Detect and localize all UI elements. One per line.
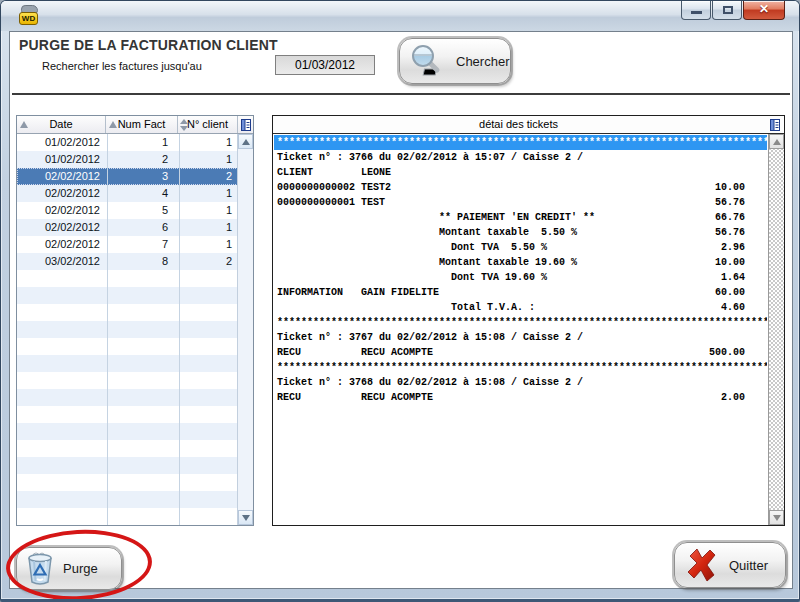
cell-date: 01/02/2012 <box>17 134 107 151</box>
ticket-line[interactable]: Dont TVA 5.50 % 2.96 <box>274 240 767 255</box>
column-divider <box>107 134 108 525</box>
maximize-button[interactable] <box>712 1 742 20</box>
ticket-line[interactable]: 0000000000002 TEST2 10.00 <box>274 180 767 195</box>
copy-icon <box>240 118 252 132</box>
quit-button[interactable]: Quitter <box>674 542 786 588</box>
cell-date: 02/02/2012 <box>17 168 107 185</box>
ticket-line[interactable]: ****************************************… <box>274 360 767 375</box>
invoice-table-body: 01/02/2012 1 1 01/02/2012 2 1 02/02/2012… <box>17 134 238 525</box>
ticket-line[interactable]: Dont TVA 19.60 % 1.64 <box>274 270 767 285</box>
purge-button[interactable]: Purge <box>16 547 122 590</box>
cell-num-fact: 4 <box>107 185 179 202</box>
copy-icon <box>769 118 781 132</box>
ticket-line[interactable]: INFORMATION GAIN FIDELITE 60.00 <box>274 285 767 300</box>
cell-num-fact: 6 <box>107 219 179 236</box>
sort-asc-icon <box>109 121 117 128</box>
ticket-line[interactable]: Total T.V.A. : 4.60 <box>274 300 767 315</box>
column-label: N° client <box>187 118 228 130</box>
search-button[interactable]: Chercher <box>399 38 511 84</box>
ticket-line[interactable]: 0000000000001 TEST 56.76 <box>274 195 767 210</box>
table-row[interactable]: 02/02/2012 6 1 <box>17 219 238 236</box>
search-button-label: Chercher <box>456 54 509 69</box>
purge-button-label: Purge <box>63 561 98 576</box>
red-x-icon <box>685 547 719 583</box>
table-row[interactable]: 02/02/2012 5 1 <box>17 202 238 219</box>
cell-num-client: 1 <box>179 151 238 168</box>
cell-num-fact: 2 <box>107 151 179 168</box>
ticket-line[interactable]: RECU RECU ACOMPTE 500.00 <box>274 345 767 360</box>
app-icon: WD <box>19 5 43 27</box>
column-divider <box>179 134 180 525</box>
ticket-line[interactable]: ****************************************… <box>274 315 767 330</box>
close-button[interactable]: ✕ <box>743 1 785 20</box>
cell-date: 02/02/2012 <box>17 236 107 253</box>
table-row[interactable]: 02/02/2012 4 1 <box>17 185 238 202</box>
search-until-label: Rechercher les factures jusqu'au <box>42 60 202 72</box>
column-header-num-client[interactable]: N° client <box>178 116 238 133</box>
empty-rows <box>17 270 238 525</box>
date-input[interactable]: 01/03/2012 <box>275 55 375 75</box>
table-row[interactable]: 02/02/2012 7 1 <box>17 236 238 253</box>
ticket-line[interactable]: Montant taxable 5.50 % 56.76 <box>274 225 767 240</box>
triangle-up-icon <box>242 139 250 145</box>
close-icon: ✕ <box>744 2 784 16</box>
table-scrollbar[interactable] <box>237 134 253 525</box>
table-row-selected[interactable]: 02/02/2012 3 2 <box>17 168 238 185</box>
title-bar[interactable]: WD ✕ <box>1 1 799 31</box>
scroll-down-button[interactable] <box>238 510 253 525</box>
cell-num-fact: 1 <box>107 134 179 151</box>
dialog-content: PURGE DE LA FACTURATION CLIENT Recherche… <box>9 31 793 589</box>
column-label: Date <box>49 118 72 130</box>
copy-table-button[interactable] <box>238 116 253 133</box>
minimize-button[interactable] <box>681 1 711 20</box>
window-controls: ✕ <box>681 1 785 20</box>
ticket-detail-panel: détai des tickets **********************… <box>272 115 785 526</box>
column-header-date[interactable]: Date <box>17 116 106 133</box>
ticket-line[interactable]: RECU RECU ACOMPTE 2.00 <box>274 390 767 405</box>
wd-logo-icon: WD <box>19 12 38 25</box>
column-header-num-fact[interactable]: Num Fact <box>106 116 178 133</box>
cell-num-client: 1 <box>179 236 238 253</box>
ticket-panel-title: détai des tickets <box>273 116 764 133</box>
invoice-table: Date Num Fact N° client <box>16 115 254 526</box>
recycle-bin-icon <box>25 552 55 586</box>
ticket-line[interactable]: Ticket n° : 3766 du 02/02/2012 à 15:07 /… <box>274 150 767 165</box>
cell-num-client: 1 <box>179 202 238 219</box>
ticket-scrollbar[interactable] <box>768 134 784 525</box>
cell-date: 02/02/2012 <box>17 185 107 202</box>
cell-num-client: 2 <box>179 253 238 270</box>
ticket-line[interactable]: Montant taxable 19.60 % 10.00 <box>274 255 767 270</box>
cell-num-fact: 5 <box>107 202 179 219</box>
scroll-up-button[interactable] <box>238 134 253 149</box>
quit-button-label: Quitter <box>729 558 768 573</box>
cell-date: 03/02/2012 <box>17 253 107 270</box>
ticket-lines: ****************************************… <box>274 135 767 524</box>
maximize-icon <box>723 6 733 14</box>
invoice-table-header: Date Num Fact N° client <box>17 116 253 134</box>
table-row[interactable]: 01/02/2012 2 1 <box>17 151 238 168</box>
separator-line <box>12 93 790 95</box>
sort-asc-icon <box>20 121 28 128</box>
ticket-line[interactable]: CLIENT LEONE <box>274 165 767 180</box>
ticket-line-selected[interactable]: ****************************************… <box>274 135 767 150</box>
sort-both-icon <box>180 119 188 131</box>
ticket-panel-header: détai des tickets <box>273 116 784 134</box>
magnifier-icon <box>408 43 446 79</box>
cell-num-fact: 8 <box>107 253 179 270</box>
cell-num-fact: 3 <box>107 168 179 185</box>
copy-tickets-button[interactable] <box>766 117 783 132</box>
cell-num-client: 2 <box>179 168 238 185</box>
ticket-line[interactable]: Ticket n° : 3767 du 02/02/2012 à 15:08 /… <box>274 330 767 345</box>
table-row[interactable]: 01/02/2012 1 1 <box>17 134 238 151</box>
ticket-line[interactable]: Ticket n° : 3768 du 02/02/2012 à 15:08 /… <box>274 375 767 390</box>
table-row[interactable]: 03/02/2012 8 2 <box>17 253 238 270</box>
ticket-line[interactable]: ** PAIEMENT 'EN CREDIT' ** 66.76 <box>274 210 767 225</box>
application-window: WD ✕ PURGE DE LA FACTURATION CLIENT Rech… <box>0 0 800 602</box>
cell-date: 02/02/2012 <box>17 202 107 219</box>
page-title: PURGE DE LA FACTURATION CLIENT <box>19 37 278 53</box>
cell-date: 01/02/2012 <box>17 151 107 168</box>
cell-date: 02/02/2012 <box>17 219 107 236</box>
scroll-up-button[interactable] <box>769 134 784 149</box>
cell-num-client: 1 <box>179 134 238 151</box>
scroll-down-button[interactable] <box>769 510 784 525</box>
